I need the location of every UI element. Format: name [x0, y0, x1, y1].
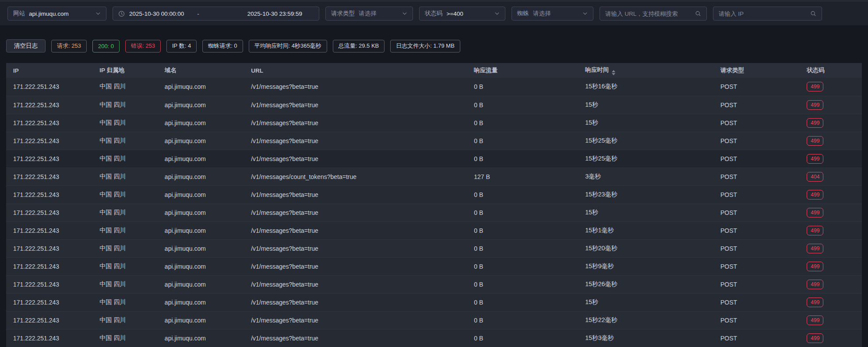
- cell-traffic: 0 B: [467, 78, 578, 96]
- cell-url: /v1/messages?beta=true: [244, 221, 467, 239]
- column-header-traffic: 响应流量: [467, 63, 578, 78]
- cell-traffic: 0 B: [467, 329, 578, 347]
- cell-status: 499: [800, 329, 862, 347]
- table-row[interactable]: 171.222.251.243 中国 四川 api.jimuqu.com /v1…: [6, 203, 862, 221]
- cell-ip: 171.222.251.243: [6, 257, 92, 275]
- cell-status: 499: [800, 221, 862, 239]
- url-search-input[interactable]: [605, 11, 695, 17]
- cell-response-time: 15秒26毫秒: [578, 275, 713, 293]
- cell-location: 中国 四川: [92, 221, 158, 239]
- cell-location: 中国 四川: [92, 203, 158, 221]
- search-icon[interactable]: [810, 11, 816, 17]
- column-header-response-time[interactable]: 响应时间: [578, 63, 713, 78]
- clear-logs-button[interactable]: 清空日志: [6, 39, 46, 53]
- cell-location: 中国 四川: [92, 239, 158, 257]
- table-row[interactable]: 171.222.251.243 中国 四川 api.jimuqu.com /v1…: [6, 186, 862, 203]
- ip-search-box: [713, 7, 822, 21]
- cell-url: /v1/messages?beta=true: [244, 257, 467, 275]
- sort-icon[interactable]: [612, 70, 615, 75]
- cell-response-time: 15秒3毫秒: [578, 329, 713, 347]
- chevron-down-icon: [494, 11, 500, 16]
- table-row[interactable]: 171.222.251.243 中国 四川 api.jimuqu.com /v1…: [6, 275, 862, 293]
- table-row[interactable]: 171.222.251.243 中国 四川 api.jimuqu.com /v1…: [6, 257, 862, 275]
- table-row[interactable]: 171.222.251.243 中国 四川 api.jimuqu.com /v1…: [6, 114, 862, 132]
- status-badge: 499: [807, 100, 823, 110]
- stats-bar: 请求: 253200: 0错误: 253IP 数: 4蜘蛛请求: 0平均响应时间…: [51, 40, 460, 53]
- date-range-separator: -: [197, 11, 199, 17]
- stat-badge: 日志文件大小: 1.79 MB: [390, 40, 460, 53]
- column-header-domain: 域名: [158, 63, 244, 78]
- cell-traffic: 0 B: [467, 293, 578, 311]
- cell-domain: api.jimuqu.com: [158, 257, 244, 275]
- date-end-value[interactable]: 2025-10-30 23:59:59: [247, 11, 302, 17]
- log-table-container: IP IP 归属地 域名 URL 响应流量 响应时间 请求类型 状态码 171.…: [6, 63, 862, 347]
- column-header-url: URL: [244, 63, 467, 78]
- site-select-value: api.jimuqu.com: [29, 11, 69, 17]
- table-row[interactable]: 171.222.251.243 中国 四川 api.jimuqu.com /v1…: [6, 78, 862, 96]
- status-badge: 499: [807, 315, 823, 325]
- column-header-response-time-label: 响应时间: [585, 67, 609, 73]
- cell-status: 499: [800, 275, 862, 293]
- cell-method: POST: [713, 168, 800, 186]
- cell-domain: api.jimuqu.com: [158, 132, 244, 150]
- cell-location: 中国 四川: [92, 257, 158, 275]
- table-row[interactable]: 171.222.251.243 中国 四川 api.jimuqu.com /v1…: [6, 150, 862, 168]
- table-row[interactable]: 171.222.251.243 中国 四川 api.jimuqu.com /v1…: [6, 168, 862, 186]
- column-header-method: 请求类型: [713, 63, 800, 78]
- table-row[interactable]: 171.222.251.243 中国 四川 api.jimuqu.com /v1…: [6, 293, 862, 311]
- table-row[interactable]: 171.222.251.243 中国 四川 api.jimuqu.com /v1…: [6, 239, 862, 257]
- ip-search-input[interactable]: [719, 11, 810, 17]
- request-type-select[interactable]: 请求类型 请选择: [325, 7, 413, 21]
- table-row[interactable]: 171.222.251.243 中国 四川 api.jimuqu.com /v1…: [6, 132, 862, 150]
- cell-url: /v1/messages?beta=true: [244, 239, 467, 257]
- cell-ip: 171.222.251.243: [6, 329, 92, 347]
- cell-response-time: 15秒: [578, 203, 713, 221]
- status-code-select[interactable]: 状态码 >=400: [419, 7, 505, 21]
- cell-status: 499: [800, 239, 862, 257]
- search-icon[interactable]: [695, 11, 701, 17]
- spider-select[interactable]: 蜘蛛 请选择: [512, 7, 593, 21]
- cell-domain: api.jimuqu.com: [158, 311, 244, 329]
- cell-method: POST: [713, 150, 800, 168]
- spider-select-placeholder: 请选择: [533, 10, 551, 18]
- cell-status: 499: [800, 186, 862, 203]
- cell-domain: api.jimuqu.com: [158, 114, 244, 132]
- cell-domain: api.jimuqu.com: [158, 150, 244, 168]
- date-range-picker[interactable]: 2025-10-30 00:00:00 - 2025-10-30 23:59:5…: [113, 7, 319, 21]
- chevron-down-icon: [582, 11, 588, 16]
- cell-response-time: 15秒25毫秒: [578, 150, 713, 168]
- table-row[interactable]: 171.222.251.243 中国 四川 api.jimuqu.com /v1…: [6, 329, 862, 347]
- cell-status: 499: [800, 78, 862, 96]
- cell-status: 499: [800, 311, 862, 329]
- stat-badge: 平均响应时间: 4秒365毫秒: [249, 40, 327, 53]
- cell-ip: 171.222.251.243: [6, 293, 92, 311]
- date-start-value[interactable]: 2025-10-30 00:00:00: [129, 11, 184, 17]
- cell-response-time: 15秒22毫秒: [578, 311, 713, 329]
- site-select-label: 网站: [13, 10, 25, 18]
- cell-method: POST: [713, 239, 800, 257]
- table-row[interactable]: 171.222.251.243 中国 四川 api.jimuqu.com /v1…: [6, 311, 862, 329]
- cell-ip: 171.222.251.243: [6, 114, 92, 132]
- cell-status: 499: [800, 132, 862, 150]
- cell-response-time: 15秒9毫秒: [578, 257, 713, 275]
- table-row[interactable]: 171.222.251.243 中国 四川 api.jimuqu.com /v1…: [6, 221, 862, 239]
- cell-method: POST: [713, 275, 800, 293]
- cell-location: 中国 四川: [92, 293, 158, 311]
- cell-response-time: 15秒16毫秒: [578, 78, 713, 96]
- site-select[interactable]: 网站 api.jimuqu.com: [7, 7, 106, 21]
- request-type-label: 请求类型: [331, 10, 355, 18]
- stat-badge: 请求: 253: [51, 40, 87, 53]
- status-code-label: 状态码: [425, 10, 443, 18]
- cell-url: /v1/messages?beta=true: [244, 114, 467, 132]
- cell-method: POST: [713, 257, 800, 275]
- cell-url: /v1/messages?beta=true: [244, 203, 467, 221]
- request-type-placeholder: 请选择: [359, 10, 377, 18]
- spider-select-label: 蜘蛛: [517, 10, 529, 18]
- status-badge: 499: [807, 298, 823, 307]
- cell-ip: 171.222.251.243: [6, 78, 92, 96]
- table-row[interactable]: 171.222.251.243 中国 四川 api.jimuqu.com /v1…: [6, 96, 862, 114]
- stat-badge: 200: 0: [92, 40, 120, 53]
- cell-traffic: 0 B: [467, 311, 578, 329]
- status-badge: 499: [807, 262, 823, 271]
- cell-domain: api.jimuqu.com: [158, 96, 244, 114]
